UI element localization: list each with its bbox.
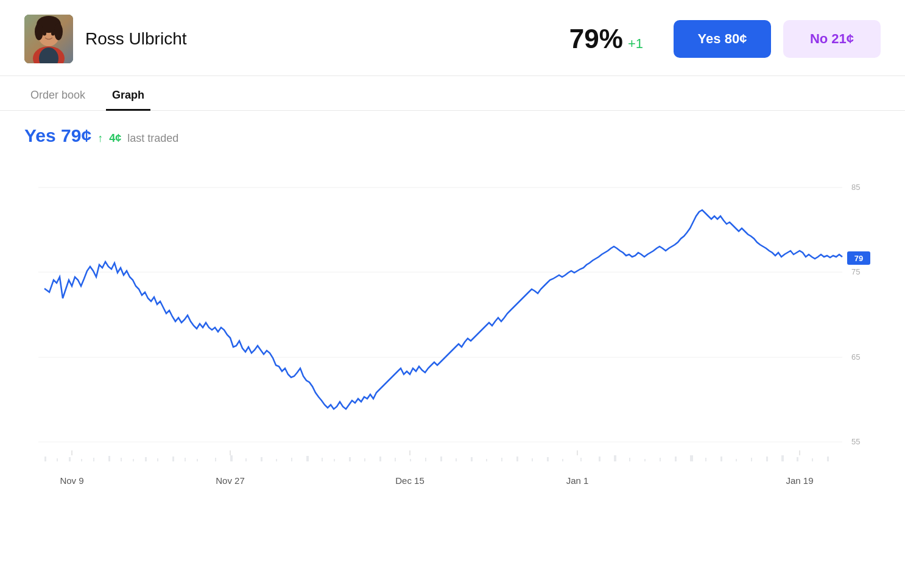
tab-graph[interactable]: Graph	[106, 79, 150, 111]
svg-rect-29	[185, 458, 186, 461]
svg-rect-45	[425, 458, 426, 461]
svg-text:Jan 1: Jan 1	[566, 475, 589, 486]
svg-rect-61	[675, 457, 677, 461]
svg-point-9	[51, 32, 55, 36]
probability-change: +1	[628, 36, 643, 52]
svg-rect-52	[532, 458, 533, 461]
svg-rect-23	[108, 456, 110, 461]
svg-rect-36	[291, 458, 292, 461]
svg-rect-66	[751, 458, 752, 461]
svg-point-8	[43, 32, 46, 36]
svg-rect-48	[471, 457, 473, 461]
svg-rect-34	[261, 457, 262, 461]
probability-display: 79% +1	[569, 24, 643, 54]
svg-rect-30	[197, 459, 198, 461]
svg-rect-46	[440, 457, 442, 461]
svg-text:Nov 9: Nov 9	[60, 475, 83, 486]
svg-rect-67	[766, 457, 768, 461]
person-name: Ross Ulbricht	[85, 29, 557, 49]
svg-rect-26	[145, 457, 147, 461]
svg-rect-53	[547, 457, 549, 461]
svg-rect-54	[562, 459, 563, 461]
svg-text:Jan 19: Jan 19	[786, 475, 813, 486]
svg-rect-42	[379, 457, 381, 461]
svg-point-4	[35, 23, 43, 40]
chart-container: 85 75 65 55	[24, 158, 881, 499]
svg-rect-50	[501, 458, 502, 461]
svg-rect-37	[306, 456, 309, 461]
svg-rect-69	[797, 457, 798, 461]
svg-text:Nov 27: Nov 27	[216, 475, 245, 486]
svg-rect-68	[781, 455, 784, 461]
svg-rect-43	[395, 458, 396, 461]
svg-text:85: 85	[851, 183, 860, 192]
svg-rect-27	[157, 458, 158, 461]
svg-rect-19	[57, 458, 58, 461]
svg-rect-31	[215, 458, 216, 461]
svg-rect-21	[81, 459, 82, 461]
tabs-bar: Order book Graph	[0, 79, 905, 111]
svg-text:Dec 15: Dec 15	[395, 475, 424, 486]
header: Ross Ulbricht 79% +1 Yes 80¢ No 21¢	[0, 0, 905, 76]
svg-rect-47	[456, 458, 457, 461]
svg-rect-35	[276, 459, 277, 461]
svg-rect-25	[133, 459, 134, 461]
avatar	[24, 15, 73, 63]
svg-rect-63	[705, 458, 706, 461]
svg-rect-58	[629, 458, 630, 461]
svg-rect-71	[827, 457, 829, 461]
yes-button[interactable]: Yes 80¢	[674, 20, 771, 58]
svg-rect-24	[121, 458, 122, 461]
chart-label: Yes 79¢ ↑ 4¢ last traded	[24, 125, 881, 146]
svg-rect-55	[580, 458, 582, 461]
svg-rect-28	[172, 457, 174, 461]
svg-rect-33	[245, 458, 247, 461]
svg-rect-39	[334, 459, 335, 461]
tab-order-book[interactable]: Order book	[24, 79, 91, 111]
svg-text:65: 65	[851, 352, 860, 362]
chart-change-arrow: ↑	[97, 132, 103, 145]
chart-change-value: 4¢	[109, 132, 121, 145]
chart-change-label: last traded	[127, 132, 178, 145]
svg-rect-60	[660, 458, 661, 461]
svg-rect-41	[364, 458, 365, 461]
svg-rect-59	[644, 459, 646, 461]
svg-point-5	[54, 23, 63, 40]
svg-text:55: 55	[851, 437, 860, 446]
svg-rect-22	[93, 458, 94, 461]
svg-rect-44	[410, 459, 411, 461]
svg-rect-20	[69, 457, 71, 461]
svg-rect-51	[516, 457, 518, 461]
svg-rect-57	[614, 455, 616, 461]
svg-rect-40	[349, 457, 351, 461]
svg-rect-65	[736, 459, 737, 461]
svg-rect-49	[486, 459, 487, 461]
no-button[interactable]: No 21¢	[783, 20, 881, 58]
svg-rect-38	[322, 458, 323, 461]
svg-rect-70	[812, 458, 813, 461]
svg-rect-56	[599, 457, 600, 461]
svg-rect-32	[230, 455, 233, 461]
probability-value: 79%	[569, 24, 623, 54]
svg-rect-18	[44, 457, 46, 461]
price-chart: 85 75 65 55	[24, 158, 881, 499]
svg-text:75: 75	[851, 267, 860, 276]
chart-current-price: Yes 79¢	[24, 125, 91, 146]
chart-section: Yes 79¢ ↑ 4¢ last traded 85 75 65 55	[0, 111, 905, 511]
svg-rect-64	[720, 457, 722, 461]
svg-rect-62	[690, 455, 693, 461]
svg-text:79: 79	[854, 254, 863, 263]
